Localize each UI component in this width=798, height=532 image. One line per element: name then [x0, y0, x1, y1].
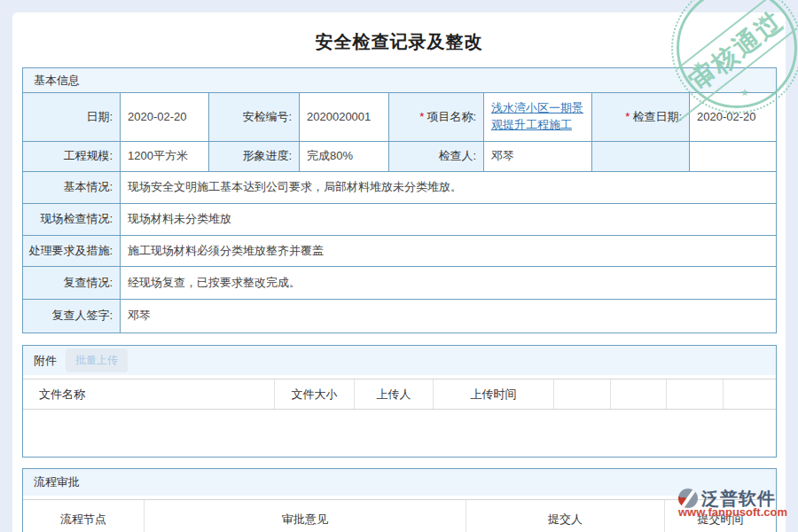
fanpu-logo-url: www.fanpusoft.com [678, 506, 787, 518]
approval-header: 流程审批 [23, 469, 776, 496]
basic-info-table: 日期: 2020-02-20 安检编号: 2020020001 * 项目名称: … [23, 93, 776, 332]
date-value: 2020-02-20 [121, 93, 209, 142]
approval-table-header: 流程节点 审批意见 提交人 提交时间 [23, 499, 776, 532]
measures-label: 处理要求及措施: [23, 236, 121, 267]
col-upload-time: 上传时间 [434, 379, 554, 409]
col-approval-opinion: 审批意见 [145, 500, 466, 532]
inspection-no-label: 安检编号: [209, 93, 300, 142]
col-file-name: 文件名称 [23, 379, 275, 409]
basic-situation-value: 现场安全文明施工基本达到公司要求，局部材料堆放未分类堆放。 [121, 172, 776, 204]
inspection-no-value: 2020020001 [300, 93, 389, 142]
check-date-value: 2020-02-20 [690, 93, 776, 142]
col-empty [724, 379, 776, 409]
col-uploader: 上传人 [355, 379, 434, 409]
review-sign-label: 复查人签字: [23, 300, 121, 332]
attachments-empty-body [23, 410, 776, 456]
col-submitter: 提交人 [466, 500, 665, 532]
review-value: 经现场复查，已按要求整改完成。 [121, 267, 776, 300]
col-empty [667, 379, 724, 409]
basic-info-section: 基本信息 日期: 2020-02-20 安检编号: 2020020001 * 项… [22, 67, 777, 333]
inspector-label: 检查人: [389, 142, 484, 172]
col-empty [611, 379, 667, 409]
required-asterisk: * [625, 109, 630, 126]
review-label: 复查情况: [23, 267, 121, 300]
site-check-value: 现场材料未分类堆放 [121, 204, 776, 236]
scale-value: 1200平方米 [121, 142, 209, 172]
basic-info-header: 基本信息 [23, 68, 776, 93]
page: 安全检查记录及整改 基本信息 日期: 2020-02-20 安检编号: 2020… [0, 0, 798, 532]
col-file-size: 文件大小 [275, 379, 355, 409]
fanpu-logo-name: 泛普软件 [701, 489, 776, 507]
date-label: 日期: [23, 93, 121, 142]
basic-situation-label: 基本情况: [23, 172, 121, 204]
scale-label: 工程规模: [23, 142, 121, 172]
attachments-header: 附件 批量上传 [23, 346, 776, 375]
attachments-table-header: 文件名称 文件大小 上传人 上传时间 [23, 379, 776, 410]
project-name-link[interactable]: 浅水湾小区一期景观提升工程施工 [491, 100, 584, 134]
empty-label-cell [592, 142, 690, 172]
site-check-label: 现场检查情况: [23, 204, 121, 236]
page-title: 安全检查记录及整改 [0, 30, 798, 54]
inspector-value: 邓琴 [484, 142, 592, 172]
empty-value-cell [690, 142, 776, 172]
approval-section: 流程审批 流程节点 审批意见 提交人 提交时间 [22, 468, 777, 532]
fanpu-logo: 泛普软件 www.fanpusoft.com [678, 489, 787, 518]
measures-value: 施工现场材料必须分类堆放整齐并覆盖 [121, 236, 776, 267]
project-name-cell: 浅水湾小区一期景观提升工程施工 [484, 93, 592, 142]
attachments-section: 附件 批量上传 文件名称 文件大小 上传人 上传时间 [22, 345, 777, 458]
review-sign-value: 邓琴 [121, 300, 776, 332]
progress-value: 完成80% [300, 142, 389, 172]
progress-label: 形象进度: [209, 142, 300, 172]
required-asterisk: * [419, 109, 424, 126]
project-name-label: * 项目名称: [389, 93, 484, 142]
check-date-label: * 检查日期: [592, 93, 690, 142]
col-flow-node: 流程节点 [23, 500, 145, 532]
fanpu-logo-icon [678, 489, 698, 508]
col-empty [554, 379, 611, 409]
batch-upload-button[interactable]: 批量上传 [66, 348, 128, 372]
